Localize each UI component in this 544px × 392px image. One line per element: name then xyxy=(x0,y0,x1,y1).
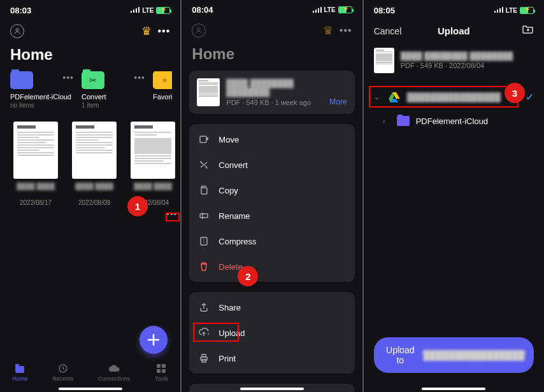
more-link[interactable]: More xyxy=(329,97,347,106)
status-time: 08:05 xyxy=(374,6,395,15)
svg-rect-19 xyxy=(200,214,208,218)
upload-header: Cancel Upload xyxy=(364,18,544,43)
document-card[interactable]: ████ ████ 2022/08/09 xyxy=(69,122,120,206)
nav-recents[interactable]: Recents xyxy=(52,363,73,382)
folder-pdfelement-icloud[interactable]: ••• PDFelement-iCloud no items xyxy=(10,71,74,109)
svg-rect-13 xyxy=(315,10,317,13)
upload-button[interactable]: Upload to '████████████████' xyxy=(374,337,534,373)
folder-meta: 1 item xyxy=(82,102,145,109)
add-folder-icon[interactable] xyxy=(522,24,534,38)
nav-tools[interactable]: Tools xyxy=(155,363,168,382)
home-indicator[interactable] xyxy=(422,388,485,390)
document-card[interactable]: ████ ████ 2022/08/04 ••• xyxy=(127,122,178,206)
menu-convert[interactable]: Convert xyxy=(189,152,354,178)
profile-icon[interactable] xyxy=(192,24,206,38)
add-button[interactable] xyxy=(140,326,168,354)
lte-label: LTE xyxy=(324,6,336,13)
svg-rect-9 xyxy=(162,364,166,368)
status-time: 08:04 xyxy=(192,5,213,15)
folders-row[interactable]: ••• PDFelement-iCloud no items ••• ✂ Con… xyxy=(0,71,180,109)
signal-icon xyxy=(494,6,503,14)
highlight-box-1 xyxy=(166,213,180,221)
app-header: ♛ ••• xyxy=(182,17,362,44)
battery-icon xyxy=(520,7,534,14)
nav-connections[interactable]: Connections xyxy=(98,363,130,382)
upload-file-card: ████ ████████ ████████ PDF · 549 KB · 20… xyxy=(364,43,544,78)
doc-name: ████ ████ xyxy=(69,183,120,198)
status-icons: LTE xyxy=(313,6,352,14)
menu-move[interactable]: Move xyxy=(189,127,354,152)
file-name: ████ ████████ ████████ xyxy=(226,79,323,97)
menu-rename[interactable]: Rename xyxy=(189,203,354,228)
cloud-icon xyxy=(108,363,120,374)
recents-icon xyxy=(58,363,68,374)
delete-icon xyxy=(198,262,210,272)
doc-thumb xyxy=(131,122,175,179)
page-title: Home xyxy=(0,45,180,71)
copy-icon xyxy=(198,185,210,195)
svg-rect-6 xyxy=(15,364,19,367)
doc-date: 2022/08/09 xyxy=(69,199,120,206)
crown-icon[interactable]: ♛ xyxy=(323,24,333,38)
folder-more-icon[interactable]: ••• xyxy=(134,73,145,83)
status-time: 08:03 xyxy=(10,6,31,15)
folder-convert[interactable]: ••• ✂ Convert 1 item xyxy=(82,71,145,109)
svg-rect-23 xyxy=(202,360,206,362)
menu-section-1: Move Convert Copy Rename Compress Delete xyxy=(189,124,354,282)
signal-icon xyxy=(131,6,140,14)
menu-share[interactable]: Share xyxy=(189,295,354,320)
folder-name: Convert xyxy=(82,93,145,101)
more-icon[interactable]: ••• xyxy=(340,25,352,36)
step-badge-1: 1 xyxy=(127,196,148,216)
more-icon[interactable]: ••• xyxy=(158,25,171,37)
upload-title: Upload xyxy=(438,25,470,36)
svg-rect-0 xyxy=(131,11,132,13)
folder-favorites[interactable]: ★ Favori xyxy=(153,71,172,109)
svg-rect-18 xyxy=(201,188,207,194)
doc-thumb xyxy=(13,122,58,179)
app-header: ♛ ••• xyxy=(0,18,180,45)
dest-label: PDFelement-iCloud xyxy=(416,116,534,126)
folder-meta: no items xyxy=(10,102,74,109)
menu-copy[interactable]: Copy xyxy=(189,178,354,203)
profile-icon[interactable] xyxy=(10,24,24,38)
file-thumb xyxy=(374,48,394,73)
dest-pdfelement-icloud[interactable]: › PDFelement-iCloud xyxy=(364,109,544,132)
nav-home[interactable]: Home xyxy=(12,363,27,382)
lte-label: LTE xyxy=(142,7,154,14)
cancel-button[interactable]: Cancel xyxy=(374,26,402,36)
menu-print[interactable]: Print xyxy=(189,346,354,371)
svg-rect-26 xyxy=(497,10,498,13)
highlight-box-2 xyxy=(193,323,239,342)
folder-icon xyxy=(10,71,33,89)
print-icon xyxy=(198,353,210,363)
svg-point-4 xyxy=(16,29,18,31)
svg-rect-5 xyxy=(15,366,24,373)
convert-icon xyxy=(198,160,210,170)
folder-more-icon[interactable]: ••• xyxy=(62,73,74,83)
menu-upload[interactable]: Upload xyxy=(189,320,354,346)
chevron-right-icon[interactable]: › xyxy=(383,117,390,125)
home-indicator[interactable] xyxy=(59,388,122,390)
crown-icon[interactable]: ♛ xyxy=(141,24,152,38)
svg-rect-27 xyxy=(499,8,501,13)
svg-rect-17 xyxy=(200,136,206,143)
step-badge-3: 3 xyxy=(505,83,525,103)
file-thumb xyxy=(197,78,220,106)
folder-icon xyxy=(397,116,410,126)
menu-compress[interactable]: Compress xyxy=(189,228,354,254)
menu-delete[interactable]: Delete xyxy=(189,254,354,279)
file-meta: PDF · 549 KB · 2022/08/04 xyxy=(401,62,513,69)
doc-thumb xyxy=(72,122,117,179)
share-icon xyxy=(198,302,210,312)
svg-rect-2 xyxy=(136,8,137,13)
home-icon xyxy=(15,363,25,374)
battery-icon xyxy=(338,6,352,13)
file-card: ████ ████████ ████████ PDF · 549 KB · 1 … xyxy=(189,71,354,114)
document-card[interactable]: ████ ████ 2022/08/17 xyxy=(10,122,61,206)
svg-rect-10 xyxy=(157,369,161,373)
status-bar: 08:03 LTE xyxy=(0,0,180,18)
svg-rect-3 xyxy=(138,7,140,13)
home-indicator[interactable] xyxy=(240,388,304,390)
svg-rect-11 xyxy=(162,369,166,373)
